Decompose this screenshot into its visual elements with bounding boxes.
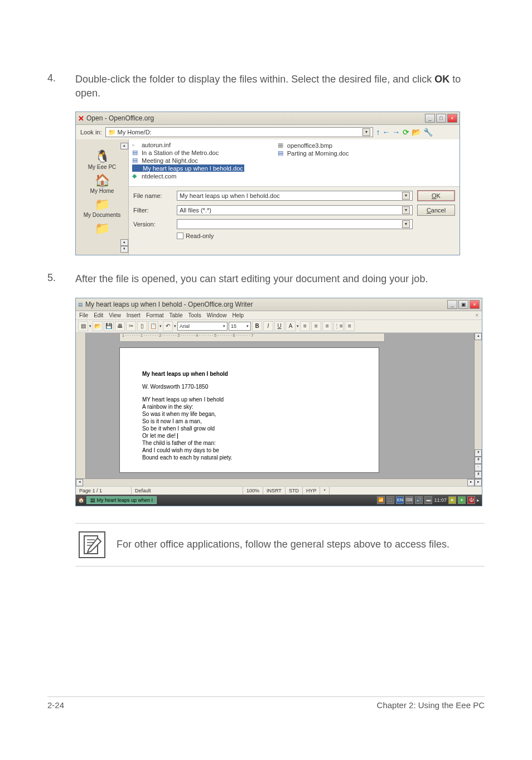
tb-color-button[interactable]: A (286, 321, 296, 331)
menu-edit[interactable]: Edit (94, 312, 103, 318)
filename-input[interactable]: My heart leaps up when I behold.doc ▾ (177, 191, 413, 201)
menu-table[interactable]: Table (170, 312, 183, 318)
menu-format[interactable]: Format (146, 312, 164, 318)
status-insrt[interactable]: INSRT (263, 487, 286, 495)
font-name-combo[interactable]: Arial▾ (177, 322, 228, 331)
up-icon[interactable]: ↑ (376, 128, 380, 137)
tray-expand-icon[interactable]: ▸ (477, 497, 480, 503)
maximize-button[interactable]: □ (436, 114, 446, 123)
new-folder-icon[interactable]: 📂 (412, 128, 421, 137)
tb-cut-button[interactable]: ✂ (126, 321, 136, 331)
tray-net-icon[interactable]: ⬚ (386, 496, 394, 504)
filter-combo[interactable]: All files (*.*) ▾ (177, 205, 413, 215)
tb-copy-button[interactable]: ▯ (137, 321, 147, 331)
doc-close-icon[interactable]: × (475, 312, 478, 318)
status-zoom[interactable]: 100% (243, 487, 263, 495)
status-hyp[interactable]: HYP (303, 487, 321, 495)
scroll-prev-button[interactable]: ⇞ (475, 457, 482, 464)
tray-wifi-icon[interactable]: 📶 (377, 496, 385, 504)
menu-window[interactable]: Window (207, 312, 227, 318)
scroll-mid-button[interactable]: ◦ (475, 464, 482, 471)
tray-btn3[interactable]: ⏻ (467, 496, 475, 504)
close-button[interactable]: × (447, 114, 457, 123)
combo-arrow-icon[interactable]: ▾ (362, 128, 370, 136)
forward-icon[interactable]: → (393, 128, 400, 137)
tray-clock[interactable]: 11:07 (434, 497, 447, 503)
menu-help[interactable]: Help (232, 312, 244, 318)
lookin-combo[interactable]: 📁 My Home/D: ▾ (105, 127, 373, 137)
start-icon[interactable]: 🏠 (78, 497, 84, 503)
tb-undo-button[interactable]: ↶ (163, 321, 173, 331)
places-down-button[interactable]: ▾ (120, 246, 128, 253)
tool-icon[interactable]: 🔧 (423, 128, 433, 137)
tray-kbd-icon[interactable]: ⌨ (405, 496, 413, 504)
file-item[interactable]: ▤In a Station of the Metro.doc (132, 149, 244, 156)
menu-file[interactable]: File (79, 312, 88, 318)
tb-underline-button[interactable]: U (274, 321, 284, 331)
cancel-button[interactable]: Cancel (417, 205, 455, 216)
tb-print-button[interactable]: 🖶 (115, 321, 125, 331)
combo-arrow-icon[interactable]: ▾ (402, 206, 410, 214)
tb-save-button[interactable]: 💾 (104, 321, 114, 331)
back-icon[interactable]: ← (383, 128, 390, 137)
places-up-button[interactable]: ▴ (120, 143, 128, 149)
ok-button[interactable]: OK (417, 190, 455, 201)
maximize-button[interactable]: ▣ (458, 300, 468, 309)
scroll-left-button[interactable]: ◂ (76, 479, 83, 486)
file-item[interactable]: ▤Parting at Morning.doc (278, 149, 349, 157)
combo-arrow-icon[interactable]: ▾ (402, 192, 410, 200)
tb-open-button[interactable]: 📂 (93, 321, 103, 331)
vertical-ruler (76, 333, 86, 478)
scroll-end-button[interactable]: ▸ (475, 479, 482, 486)
menu-insert[interactable]: Insert (127, 312, 141, 318)
file-item-selected[interactable]: ▤My heart leaps up when I behold.doc (132, 164, 244, 172)
taskbar: 🏠 ▤ My heart leaps up when I 📶 ⬚ EN ⌨ 🔊 … (76, 495, 482, 506)
document-page[interactable]: My heart leaps up when I behold W. Words… (119, 347, 379, 473)
status-std[interactable]: STD (286, 487, 303, 495)
step4-num: 4. (47, 72, 75, 100)
scroll-right-button[interactable]: ▸ (467, 479, 475, 486)
tray-btn1[interactable]: ■ (448, 496, 456, 504)
menu-view[interactable]: View (109, 312, 121, 318)
vertical-scrollbar[interactable]: ▴ ▾ ⇞ ◦ ⇟ (474, 333, 482, 478)
scroll-down-button[interactable]: ▾ (475, 449, 482, 457)
horizontal-scrollbar[interactable]: ◂ ▸ ▸ (76, 478, 482, 486)
minimize-button[interactable]: _ (447, 300, 457, 309)
places-home[interactable]: 🏠 My Home (76, 173, 128, 194)
tb-align-left-button[interactable]: ≡ (300, 321, 310, 331)
file-item[interactable]: ▤Meeting at Night.doc (132, 157, 244, 164)
places-extra[interactable]: 📁 (76, 221, 128, 236)
tray-btn2[interactable]: ● (458, 496, 466, 504)
places-eee[interactable]: 🐧 My Eee PC (76, 149, 128, 170)
tb-dropdown-icon[interactable]: ▾ (89, 324, 91, 328)
tb-paste-button[interactable]: 📋 (148, 321, 158, 331)
file-item[interactable]: ▦openoffice3.bmp (278, 142, 349, 149)
scroll-next-button[interactable]: ⇟ (475, 471, 482, 478)
scroll-up-button[interactable]: ▴ (475, 333, 482, 340)
places-docs[interactable]: 📁 My Documents (76, 197, 128, 218)
version-combo[interactable]: ▾ (177, 219, 413, 229)
file-item[interactable]: ◆ntdelect.com (132, 172, 244, 180)
places-up2-button[interactable]: ▴ (120, 239, 128, 246)
readonly-checkbox[interactable] (177, 233, 183, 239)
refresh-icon[interactable]: ⟳ (403, 128, 409, 137)
combo-arrow-icon[interactable]: ▾ (402, 220, 410, 228)
minimize-button[interactable]: _ (425, 114, 435, 123)
tb-align-right-button[interactable]: ≡ (322, 321, 332, 331)
bmp-icon: ▦ (278, 142, 286, 149)
tb-numbering-button[interactable]: ≡ (345, 321, 355, 331)
tb-align-center-button[interactable]: ≡ (311, 321, 321, 331)
tray-batt-icon[interactable]: ▬ (424, 496, 432, 504)
tray-lang-icon[interactable]: EN (396, 496, 404, 504)
tb-new-button[interactable]: ▤ (78, 321, 88, 331)
close-button[interactable]: × (470, 300, 480, 309)
status-page: Page 1 / 1 (76, 487, 132, 495)
tb-bold-button[interactable]: B (252, 321, 262, 331)
font-size-combo[interactable]: 15▾ (229, 322, 251, 331)
menu-tools[interactable]: Tools (188, 312, 201, 318)
tb-bullets-button[interactable]: ⋮≡ (333, 321, 344, 331)
file-item[interactable]: ▫autorun.inf (132, 142, 244, 148)
taskbar-app-button[interactable]: ▤ My heart leaps up when I (86, 496, 157, 504)
tb-italic-button[interactable]: I (263, 321, 273, 331)
tray-vol-icon[interactable]: 🔊 (415, 496, 423, 504)
